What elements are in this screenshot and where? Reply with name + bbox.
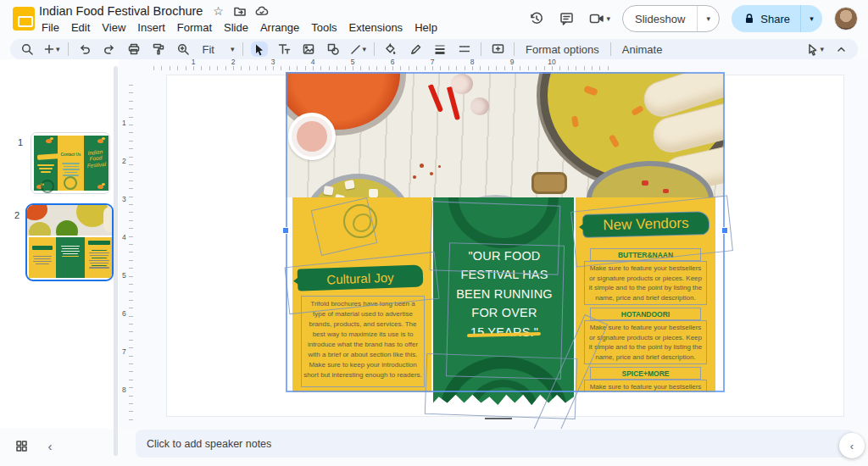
lock-icon [743, 13, 755, 25]
slide-canvas[interactable]: 12345678910 12345678 [119, 59, 868, 429]
vendor-name[interactable]: SPICE+MORE [590, 367, 701, 380]
thumb2-food-image [27, 205, 112, 236]
right-panel-heading: New Vendors [603, 215, 689, 235]
show-side-panel-button[interactable]: ‹ [839, 433, 865, 458]
vendor-description[interactable]: Make sure to feature your bestsellers or… [584, 380, 707, 392]
leaf-motif-icon [343, 204, 377, 238]
quote-text[interactable]: "OUR FOOD FESTIVAL HAS BEEN RUNNING FOR … [448, 247, 560, 341]
vendor-description[interactable]: Make sure to feature your bestsellers or… [584, 320, 707, 364]
slideshow-dropdown[interactable]: ▾ [697, 6, 719, 31]
slide-1-number: 1 [18, 137, 23, 147]
animate-button[interactable]: Animate [619, 43, 666, 56]
version-history-icon[interactable] [527, 9, 546, 28]
menu-tools[interactable]: Tools [305, 19, 342, 36]
toolbar: ▾ Fit ▾ ▾ Format options Animate ▾ [10, 39, 858, 59]
thumb1-right-panel: Indian Food Festival [84, 136, 108, 191]
menu-insert[interactable]: Insert [131, 19, 171, 36]
grid-view-icon[interactable] [12, 436, 31, 455]
vendor-name[interactable]: HOTANDOORI [590, 308, 701, 320]
collapse-filmstrip-icon[interactable]: ‹ [41, 436, 59, 455]
speaker-notes[interactable]: Click to add speaker notes [136, 430, 854, 458]
garlic-bulb [451, 74, 473, 94]
brochure-right-panel[interactable]: New Vendors BUTTER&NAAN Make sure to fea… [576, 197, 715, 392]
menu-help[interactable]: Help [409, 19, 443, 36]
hide-menus-icon[interactable] [832, 42, 849, 57]
account-avatar[interactable] [834, 7, 858, 31]
garlic-bulb [470, 97, 489, 115]
quote-strike-text: 15 YEARS." [470, 323, 538, 341]
selection-handle-left[interactable] [282, 227, 289, 234]
right-panel-heading-banner[interactable]: New Vendors [582, 211, 710, 238]
camera-caret-icon[interactable]: ▾ [607, 15, 611, 23]
fill-color-icon[interactable] [382, 42, 399, 57]
zoom-select-value[interactable]: Fit [199, 43, 218, 56]
print-icon[interactable] [125, 42, 142, 57]
vertical-ruler-numbers: 12345678 [122, 104, 126, 409]
filmstrip-scrollbar[interactable] [114, 66, 118, 456]
vertical-ruler [129, 85, 133, 424]
menu-slide[interactable]: Slide [218, 19, 254, 36]
move-folder-icon[interactable] [233, 4, 247, 18]
zoom-select[interactable]: Fit ▾ [199, 43, 235, 56]
speaker-notes-placeholder: Click to add speaker notes [147, 438, 271, 450]
border-dash-icon[interactable] [456, 42, 473, 57]
add-comment-icon[interactable] [489, 42, 506, 57]
horizontal-ruler-numbers: 12345678910 [174, 59, 572, 66]
thumb2-left-panel [29, 237, 56, 278]
cloud-saved-icon[interactable] [255, 4, 269, 18]
format-options-button[interactable]: Format options [522, 43, 603, 56]
slide-filmstrip: 1 Contact Us Indian Food Festival 2 [0, 59, 119, 429]
meet-camera-button[interactable]: ▾ [588, 11, 611, 26]
food-photo[interactable] [286, 72, 725, 197]
left-panel-heading: Cultural Joy [326, 269, 394, 286]
menu-extensions[interactable]: Extensions [343, 19, 409, 36]
menu-arrange[interactable]: Arrange [254, 19, 305, 36]
thumb1-left-panel [34, 136, 58, 191]
left-panel-heading-banner[interactable]: Cultural Joy [298, 264, 424, 291]
undo-icon[interactable] [76, 42, 93, 57]
vendor-name[interactable]: BUTTER&NAAN [590, 248, 701, 261]
brochure-left-panel[interactable]: Cultural Joy Trifold brochures have long… [292, 197, 431, 392]
slide-2-number: 2 [14, 210, 19, 220]
redo-icon[interactable] [101, 42, 118, 57]
select-tool-icon[interactable] [251, 42, 268, 57]
share-dropdown[interactable]: ▾ [800, 5, 822, 32]
paneer-rice-bowl [303, 174, 413, 197]
left-panel-body[interactable]: Trifold brochures have long been a type … [301, 296, 425, 387]
paint-format-icon[interactable] [150, 42, 167, 57]
menu-view[interactable]: View [96, 19, 131, 36]
slideshow-label[interactable]: Slideshow [623, 6, 697, 31]
menu-bar: File Edit View Insert Format Slide Arran… [36, 19, 443, 36]
insert-image-icon[interactable] [300, 42, 317, 57]
slideshow-button[interactable]: Slideshow ▾ [622, 5, 720, 32]
border-weight-icon[interactable] [431, 42, 448, 57]
slides-logo[interactable] [13, 7, 35, 31]
slide-1-thumbnail[interactable]: Contact Us Indian Food Festival [31, 132, 110, 194]
brochure-center-panel[interactable]: "OUR FOOD FESTIVAL HAS BEEN RUNNING FOR … [433, 197, 574, 405]
app-header: Indian Food Festival Brochure ☆ File Edi… [0, 0, 868, 37]
vendor-description[interactable]: Make sure to feature your bestsellers or… [584, 261, 707, 305]
thumb1-contact-label: Contact Us [58, 153, 84, 157]
star-icon[interactable]: ☆ [211, 4, 225, 18]
thumb1-center-panel: Contact Us [58, 136, 84, 191]
border-color-icon[interactable] [407, 42, 424, 57]
selection-handle-right[interactable] [721, 227, 728, 234]
zoom-icon[interactable] [175, 42, 192, 57]
swirl-decoration [448, 197, 559, 248]
palak-pot [441, 195, 551, 197]
menu-format[interactable]: Format [171, 19, 218, 36]
insert-line-icon[interactable]: ▾ [349, 43, 367, 56]
comments-icon[interactable] [558, 9, 576, 28]
share-label[interactable]: Share [760, 13, 790, 25]
pot-handle [531, 172, 567, 194]
input-tools-icon[interactable]: ▾ [806, 43, 824, 56]
share-button[interactable]: Share ▾ [732, 5, 822, 32]
text-box-icon[interactable] [275, 42, 292, 57]
new-slide-button[interactable]: ▾ [43, 43, 60, 55]
menu-edit[interactable]: Edit [65, 19, 96, 36]
document-title[interactable]: Indian Food Festival Brochure [39, 4, 203, 18]
insert-shape-icon[interactable] [325, 42, 342, 57]
search-menus-icon[interactable] [19, 42, 36, 57]
slide-2-thumbnail[interactable] [25, 203, 114, 281]
menu-file[interactable]: File [36, 19, 65, 36]
